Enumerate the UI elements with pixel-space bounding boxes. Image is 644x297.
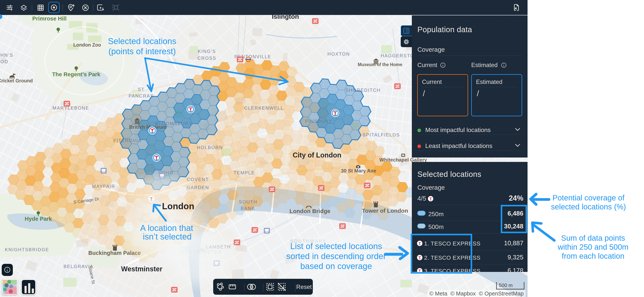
svg-text:CROSS: CROSS <box>198 56 216 61</box>
svg-text:BANK: BANK <box>240 206 255 211</box>
svg-text:CLERKENWELL: CLERKENWELL <box>244 106 284 110</box>
svg-text:MARYLEBONE: MARYLEBONE <box>52 106 89 110</box>
svg-text:SPITALFIELDS: SPITALFIELDS <box>362 132 400 138</box>
svg-text:HOXTON: HOXTON <box>327 51 350 56</box>
svg-text:(points of interest): (points of interest) <box>108 46 176 56</box>
svg-text:30 St Mary Axe: 30 St Mary Axe <box>341 168 376 174</box>
svg-text:HN’S: HN’S <box>0 52 14 58</box>
svg-text:500 m: 500 m <box>499 282 512 288</box>
svg-text:British Museum: British Museum <box>129 124 166 130</box>
svg-text:FITZROVIA: FITZROVIA <box>114 138 142 143</box>
svg-text:A location that: A location that <box>140 223 193 232</box>
svg-text:KNIGHTSBRIDGE: KNIGHTSBRIDGE <box>5 247 49 252</box>
svg-text:List of selected locations: List of selected locations <box>290 242 382 251</box>
svg-text:sorted in descending order: sorted in descending order <box>286 252 386 261</box>
svg-text:Tower of London: Tower of London <box>362 208 408 214</box>
svg-text:Westminster: Westminster <box>121 265 162 273</box>
svg-text:MAYFAIR: MAYFAIR <box>92 184 115 189</box>
svg-text:PANCRAS: PANCRAS <box>128 93 154 98</box>
svg-text:Cricket Ground: Cricket Ground <box>0 78 33 83</box>
svg-text:isn’t selected: isn’t selected <box>143 232 192 241</box>
svg-text:OD: OD <box>0 59 8 64</box>
svg-text:ST: ST <box>138 87 144 92</box>
svg-text:based on coverage: based on coverage <box>300 261 372 271</box>
svg-text:KING’S: KING’S <box>198 49 216 54</box>
svg-text:Primrose Hill: Primrose Hill <box>32 16 67 22</box>
svg-text:The Regent’s Park: The Regent’s Park <box>52 71 100 78</box>
svg-text:Selected locations: Selected locations <box>108 36 176 46</box>
svg-text:SHOREDITCH: SHOREDITCH <box>345 88 380 93</box>
svg-text:FINSBURY: FINSBURY <box>305 118 332 124</box>
svg-text:City of London: City of London <box>293 151 341 159</box>
svg-text:TEMPLE: TEMPLE <box>234 170 255 175</box>
svg-text:London Bridge: London Bridge <box>290 208 330 214</box>
svg-text:Reset: Reset <box>296 284 312 290</box>
svg-text:London Zoo: London Zoo <box>73 42 101 48</box>
svg-text:SOUTH: SOUTH <box>239 199 258 204</box>
svg-text:Museum of the Home: Museum of the Home <box>358 62 402 67</box>
svg-text:HOLBORN: HOLBORN <box>197 145 223 150</box>
svg-text:Hyde Park: Hyde Park <box>25 216 52 222</box>
svg-text:London: London <box>162 201 194 211</box>
